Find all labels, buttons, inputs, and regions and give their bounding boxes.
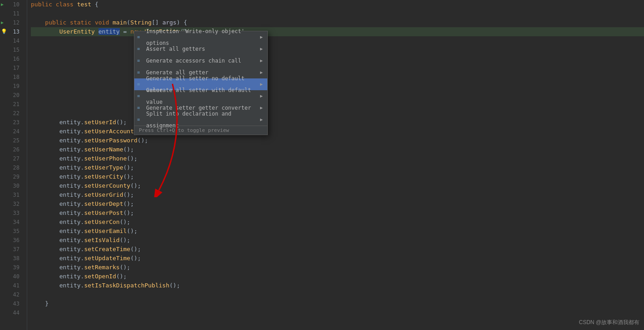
code-area[interactable]: public class test { public static void m… [27, 0, 644, 330]
line-40: 40 [0, 272, 23, 281]
editor: ▶ 10 11 ▶ 12 💡 13 14 15 16 17 18 19 20 2… [0, 0, 644, 330]
line-43: 43 [0, 299, 23, 308]
code-line-15 [31, 45, 644, 54]
code-line-35: entity.setUserEamil(); [31, 227, 644, 236]
arrow-getter: ▶ [260, 67, 263, 78]
menu-item-accessors-label: Generate accessors chain call [146, 55, 241, 67]
run-icon-10: ▶ [1, 0, 4, 9]
warning-icon-13: 💡 [1, 27, 7, 36]
line-27: 27 [0, 154, 23, 163]
line-41: 41 [0, 281, 23, 290]
menu-icon-setter-default: ≡ [137, 90, 140, 102]
menu-item-assert-getters-label: Assert all getters [146, 43, 205, 55]
menu-icon-setter-no-default: ≡ [137, 78, 140, 90]
code-line-43: } [31, 299, 644, 308]
code-line-34: entity.setUserCon(); [31, 218, 644, 227]
code-line-36: entity.setIsValid(); [31, 236, 644, 245]
code-line-14 [31, 36, 644, 45]
arrow-setter-no-default: ▶ [260, 78, 263, 90]
code-line-28: entity.setUserType(); [31, 163, 644, 172]
menu-item-split[interactable]: ≡ Split into declaration and assignment … [134, 114, 267, 126]
line-36: 36 [0, 236, 23, 245]
menu-icon-assert-getters: ≡ [137, 43, 140, 55]
menu-icon-accessors: ≡ [137, 55, 140, 67]
menu-item-assert-getters[interactable]: ≡ Assert all getters ▶ [134, 43, 267, 55]
code-line-26: entity.setUserName(); [31, 145, 644, 154]
code-line-18 [31, 73, 644, 82]
menu-item-accessors[interactable]: ≡ Generate accessors chain call ▶ [134, 55, 267, 67]
watermark: CSDN @故事和酒我都有 [579, 319, 639, 326]
line-19: 19 [0, 82, 23, 91]
line-39: 39 [0, 263, 23, 272]
code-line-13: UserEntity entity = new UserEntity(); [31, 27, 644, 36]
code-line-12: public static void main(String[] args) { [31, 18, 644, 27]
code-line-23: entity.setUserId(); [31, 118, 644, 127]
code-line-19 [31, 82, 644, 91]
line-29: 29 [0, 172, 23, 181]
arrow-setter-default: ▶ [260, 90, 263, 102]
menu-item-inspection[interactable]: ≡ Inspection 'Write-only object' options… [134, 31, 267, 43]
arrow-inspection: ▶ [260, 31, 263, 43]
code-line-38: entity.setUpdateTime(); [31, 254, 644, 263]
context-menu: ≡ Inspection 'Write-only object' options… [134, 31, 268, 135]
code-line-40: entity.setOpenId(); [31, 272, 644, 281]
line-32: 32 [0, 199, 23, 209]
run-icon-12: ▶ [1, 18, 4, 27]
menu-item-setter-default[interactable]: ≡ Generate all setter with default value… [134, 90, 267, 102]
code-line-37: entity.setCreateTime(); [31, 245, 644, 254]
line-18: 18 [0, 73, 23, 82]
code-line-20 [31, 91, 644, 100]
code-line-21 [31, 100, 644, 109]
line-30: 30 [0, 181, 23, 190]
line-22: 22 [0, 109, 23, 118]
line-26: 26 [0, 145, 23, 154]
line-44: 44 [0, 308, 23, 317]
code-line-24: entity.setUserAccount(); [31, 127, 644, 136]
code-line-17 [31, 63, 644, 73]
line-10: ▶ 10 [0, 0, 23, 9]
code-line-39: entity.setRemarks(); [31, 263, 644, 272]
line-14: 14 [0, 36, 23, 45]
line-20: 20 [0, 91, 23, 100]
code-line-29: entity.setUserCity(); [31, 172, 644, 181]
code-line-30: entity.setUserCounty(); [31, 181, 644, 190]
line-38: 38 [0, 254, 23, 263]
line-35: 35 [0, 227, 23, 236]
arrow-split: ▶ [260, 114, 263, 126]
arrow-accessors: ▶ [260, 55, 263, 67]
line-12: ▶ 12 [0, 18, 23, 27]
menu-icon-inspection: ≡ [137, 31, 140, 43]
line-21: 21 [0, 100, 23, 109]
line-13: 💡 13 [0, 27, 23, 36]
menu-icon-split: ≡ [137, 114, 140, 126]
arrow-assert-getters: ▶ [260, 43, 263, 55]
line-15: 15 [0, 45, 23, 54]
code-line-22 [31, 109, 644, 118]
code-line-32: entity.setUserDept(); [31, 199, 644, 209]
menu-item-split-label: Split into declaration and assignment [146, 108, 260, 131]
code-line-16 [31, 54, 644, 63]
line-42: 42 [0, 290, 23, 299]
code-line-44 [31, 308, 644, 317]
line-33: 33 [0, 209, 23, 218]
code-line-33: entity.setUserPost(); [31, 209, 644, 218]
line-numbers: ▶ 10 11 ▶ 12 💡 13 14 15 16 17 18 19 20 2… [0, 0, 27, 330]
code-line-41: entity.setIsTaskDispatchPublish(); [31, 281, 644, 290]
code-line-11 [31, 9, 644, 18]
arrow-converter: ▶ [260, 102, 263, 114]
line-25: 25 [0, 136, 23, 145]
line-37: 37 [0, 245, 23, 254]
line-23: 23 [0, 118, 23, 127]
line-17: 17 [0, 63, 23, 73]
line-34: 34 [0, 218, 23, 227]
code-line-10: public class test { [31, 0, 644, 9]
line-28: 28 [0, 163, 23, 172]
code-line-31: entity.setUserGrid(); [31, 190, 644, 199]
line-31: 31 [0, 190, 23, 199]
menu-icon-getter: ≡ [137, 67, 140, 78]
code-line-42 [31, 290, 644, 299]
line-11: 11 [0, 9, 23, 18]
line-24: 24 [0, 127, 23, 136]
menu-icon-converter: ≡ [137, 102, 140, 114]
code-line-25: entity.setUserPassword(); [31, 136, 644, 145]
